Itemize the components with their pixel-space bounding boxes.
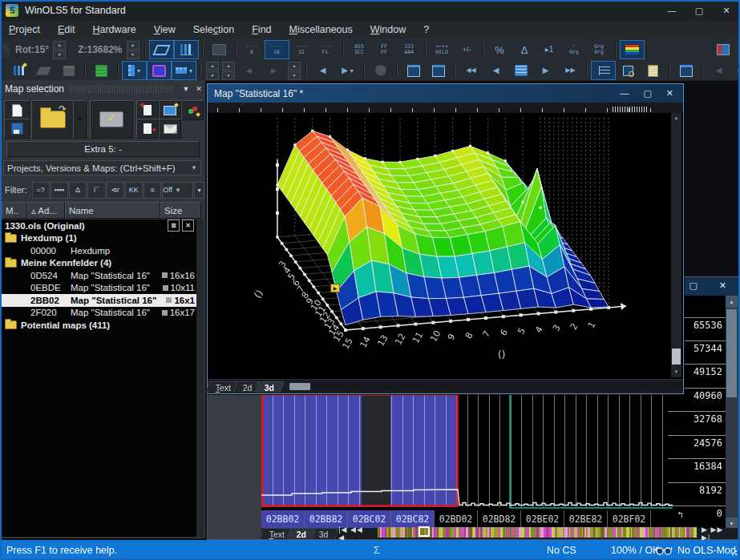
tree-folder[interactable]: Potential maps (411) [2, 319, 196, 332]
spin-up-icon[interactable]: ▲ [127, 41, 140, 50]
properties-window-button[interactable] [673, 61, 698, 80]
surface-3d-chart[interactable] [209, 113, 669, 377]
filter-flag-button[interactable]: ⊲r [107, 182, 124, 199]
next-map-button[interactable]: ▶ [533, 61, 558, 80]
original-button[interactable]: ʳ Org [562, 40, 587, 59]
map-list-button[interactable] [591, 61, 616, 80]
close-project-icon[interactable]: ✕ [182, 220, 194, 232]
import-project-button[interactable] [90, 100, 133, 139]
values-binary-button[interactable]: 333 444 [397, 40, 422, 59]
factor-one-button[interactable]: ▸1 [537, 40, 562, 59]
hexdump-vscrollbar[interactable]: ▲ ▼ [726, 296, 738, 530]
scope-dropdown[interactable]: Projects, Versions & Maps: (Ctrl+Shift+F… [3, 160, 201, 175]
chevron-down-icon[interactable]: ▾ [189, 67, 192, 75]
extra5-button[interactable]: Extra 5: - [6, 141, 200, 157]
add-map-button[interactable] [136, 100, 159, 120]
chevron-down-icon[interactable]: ▾ [137, 67, 140, 75]
toolbar1-drag-handle[interactable] [3, 42, 10, 58]
percent-button[interactable]: % [487, 40, 512, 59]
window-layout-button[interactable] [710, 40, 735, 59]
map-print-button[interactable] [56, 61, 81, 80]
hex-tab-2d[interactable]: 2d [287, 528, 317, 539]
menu-hardware[interactable]: Hardware [83, 21, 144, 38]
mapwin-close-button[interactable]: ✕ [666, 88, 673, 99]
panel-menu-button[interactable]: ▼ [180, 83, 192, 95]
scrollbar-thumb[interactable] [726, 309, 737, 397]
menu-edit[interactable]: Edit [49, 21, 84, 38]
map-table-button[interactable] [508, 61, 533, 80]
search-back-button[interactable]: ◀ [706, 61, 731, 80]
address-cell-02BC82[interactable]: 02BC82 [391, 510, 435, 528]
map-hscroll-thumb[interactable] [289, 383, 310, 390]
address-cell-02BD02[interactable]: 02BD02 [435, 510, 478, 528]
view-3d-bars-button[interactable] [174, 40, 199, 59]
hilo-button[interactable]: ∙⌐∙∙ HILO [430, 40, 455, 59]
app-minimize-button[interactable]: — [658, 0, 685, 21]
plus-minus-button[interactable]: +/- [455, 40, 479, 59]
scroll-up-icon[interactable]: ▲ [726, 296, 738, 308]
filter-lines-button[interactable]: ≡ [144, 182, 161, 199]
delta-button[interactable]: Δ [512, 40, 537, 59]
search-button[interactable] [731, 61, 740, 80]
tree-item-0EBDE[interactable]: 0EBDEMap "Statistical 16"10x11 [2, 282, 196, 295]
map-selection-header[interactable]: Map selection ▼ ✕ [0, 80, 205, 97]
address-cell-02BE82[interactable]: 02BE82 [564, 510, 608, 528]
app-maximize-button[interactable]: ▢ [685, 0, 713, 21]
original-compare-button[interactable]: Org Org [587, 40, 612, 59]
spin-up-icon[interactable]: ▲ [222, 62, 235, 71]
filter-dots-button[interactable]: ▪▪▪▪ [51, 182, 68, 199]
menu-?[interactable]: ? [414, 21, 438, 38]
compare-windows-button[interactable] [401, 61, 426, 80]
send-mail-button[interactable] [159, 119, 181, 139]
width-float-button[interactable]: ···· F1. [314, 40, 339, 59]
shift-left-button[interactable]: ◀ [237, 61, 261, 80]
new-project-button[interactable] [4, 100, 30, 120]
panel-drag-stipple[interactable] [69, 85, 175, 93]
filter-info-button[interactable]: i¯ [87, 182, 105, 199]
menu-window[interactable]: Window [362, 21, 414, 38]
values-decimal-button[interactable]: 655 5CC [347, 40, 372, 59]
insert-row-button[interactable]: ▾ [172, 61, 196, 80]
scroll-up-icon[interactable]: ▲ [671, 113, 681, 123]
menu-view[interactable]: View [145, 21, 184, 38]
rotation-spinner[interactable]: ▲▼ [53, 40, 66, 59]
database-button[interactable] [368, 61, 393, 80]
values-hex-button[interactable]: FF FF [372, 40, 397, 59]
spin-up-icon[interactable]: ▲ [206, 62, 219, 71]
menu-miscellaneous[interactable]: Miscellaneous [281, 21, 362, 38]
prev-version-button[interactable]: ◀ [310, 61, 335, 80]
address-cell-02BE02[interactable]: 02BE02 [521, 510, 564, 528]
script-button[interactable] [641, 61, 665, 80]
spin-down-icon[interactable]: ▼ [53, 50, 66, 59]
width-8-button[interactable]: ···· 8 [240, 40, 265, 59]
column-header-size[interactable]: Size [160, 202, 201, 219]
save-project-button[interactable] [4, 119, 30, 139]
map-tab-3d[interactable]: 3d [255, 381, 285, 393]
nav-first-prev-icons[interactable]: |◀ ◀◀ ◀ [338, 526, 372, 542]
axis-y-spinner[interactable]: ▲▼ [222, 61, 235, 80]
spin-down-icon[interactable]: ▼ [288, 71, 301, 80]
prev-map-button[interactable]: ◀ [483, 61, 508, 80]
axis-x-spinner[interactable]: ▲▼ [206, 61, 219, 80]
value-spinner[interactable]: ▲▼ [288, 61, 301, 80]
first-map-button[interactable]: ◀◀ [459, 61, 483, 80]
insert-column-button[interactable]: ▾ [122, 61, 147, 80]
chevron-down-icon[interactable]: ▾ [350, 67, 354, 75]
tree-item-0D524[interactable]: 0D524Map "Statistical 16"16x16 [2, 269, 196, 282]
list-icon[interactable]: ≣ [168, 220, 180, 232]
overview-strip[interactable] [378, 526, 697, 541]
column-header-m[interactable]: M.. [2, 202, 27, 219]
shift-right-button[interactable]: ▶ [261, 61, 286, 80]
map-window-titlebar[interactable]: Map "Statistical 16" * — ▢ ✕ [208, 84, 683, 103]
chevron-down-icon[interactable]: ▼ [175, 187, 181, 194]
mapwin-maximize-button[interactable]: ▢ [643, 88, 651, 99]
selection-frame-button[interactable] [149, 40, 174, 59]
spin-down-icon[interactable]: ▼ [127, 50, 140, 59]
open-project-dropdown[interactable]: ▼ [73, 100, 87, 139]
width-16-button[interactable]: ···· 16 [265, 40, 289, 59]
tree-folder[interactable]: Hexdump (1) [2, 232, 196, 245]
strip-cursor[interactable] [419, 526, 430, 537]
auto-map-search-button[interactable] [181, 100, 204, 120]
resize-grip[interactable] [730, 550, 738, 560]
last-map-button[interactable]: ▶▶ [558, 61, 583, 80]
